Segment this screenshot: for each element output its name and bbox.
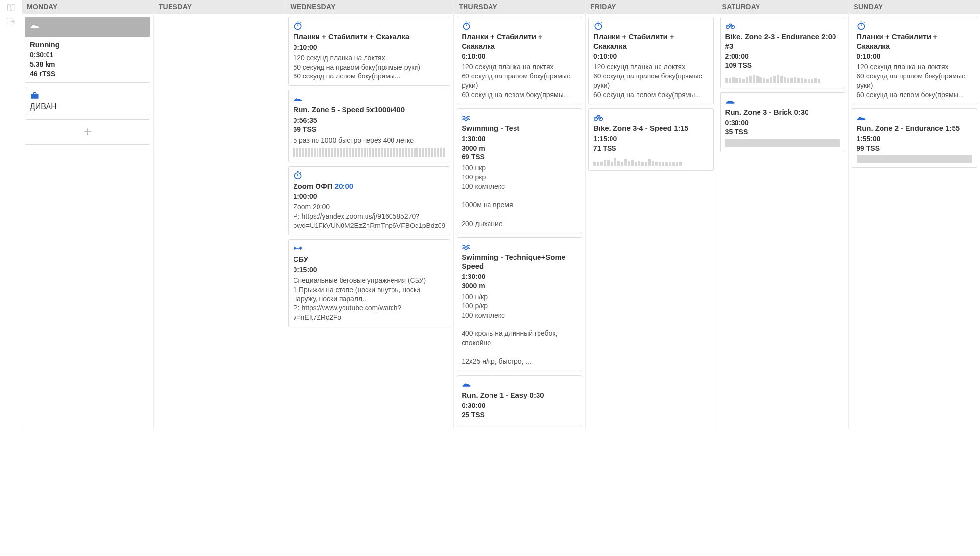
workout-metric: 0:30:00 [725, 118, 841, 127]
day-header: TUESDAY [154, 0, 285, 14]
workout-title: Bike. Zone 2-3 - Endurance 2:00 #3 [725, 32, 841, 51]
workout-sparkline [725, 139, 841, 147]
workout-metric: 0:10:00 [593, 52, 709, 61]
day-body: Bike. Zone 2-3 - Endurance 2:00 #32:00:0… [717, 14, 849, 155]
book-open-icon[interactable] [6, 3, 16, 13]
add-workout-button[interactable]: + [25, 119, 150, 145]
day-column-saturday: SATURDAYBike. Zone 2-3 - Endurance 2:00 … [717, 0, 849, 429]
workout-card[interactable]: Run. Zone 3 - Brick 0:300:30:0035 TSS [720, 92, 846, 152]
workout-metric: 109 TSS [725, 61, 841, 70]
workout-card[interactable]: Bike. Zone 3-4 - Speed 1:151:15:0071 TSS [588, 108, 714, 171]
stopwatch-icon [462, 21, 577, 30]
workout-metric: 0:15:00 [293, 265, 445, 275]
day-body [154, 14, 285, 20]
workout-metric: 0:10:00 [293, 43, 445, 52]
shoe-icon [857, 112, 972, 122]
workout-card[interactable]: Zoom ОФП 20:001:00:00Zoom 20:00 P: https… [288, 166, 450, 235]
workout-metric: 1:15:00 [593, 134, 709, 144]
week-grid: MONDAYRunning0:30:015.38 km46 rTSSДИВАН+… [22, 0, 980, 429]
workout-metric: 25 TSS [462, 410, 577, 420]
day-column-friday: FRIDAYПланки + Стабилити + Скакалка0:10:… [585, 0, 717, 429]
shoe-icon [462, 379, 577, 389]
workout-metric: 71 TSS [593, 144, 709, 153]
workout-card[interactable]: Bike. Zone 2-3 - Endurance 2:00 #32:00:0… [720, 17, 846, 88]
day-header: WEDNESDAY [285, 0, 453, 14]
workout-title: Планки + Стабилити + Скакалка [293, 32, 445, 42]
workout-metric: 1:55:00 [857, 134, 972, 144]
workout-metric: 69 TSS [462, 152, 577, 162]
workout-title: Планки + Стабилити + Скакалка [593, 32, 709, 51]
workout-description: 120 секунд планка на локтях 60 секунд на… [293, 53, 445, 81]
stopwatch-icon [593, 21, 709, 30]
workout-card[interactable]: Running0:30:015.38 km46 rTSS [25, 17, 150, 83]
workout-title: Bike. Zone 3-4 - Speed 1:15 [593, 124, 709, 133]
workout-metric: 35 TSS [725, 127, 841, 137]
workout-metric: 1:30:00 [462, 272, 577, 281]
dumbbell-icon [293, 243, 445, 253]
svg-rect-1 [31, 94, 39, 99]
stopwatch-icon [857, 21, 972, 30]
workout-card[interactable]: Планки + Стабилити + Скакалка0:10:00120 … [588, 17, 714, 104]
workout-metric: 0:30:01 [30, 51, 146, 60]
day-body: Running0:30:015.38 km46 rTSSДИВАН+ [22, 14, 153, 148]
shoe-icon [725, 96, 841, 106]
day-column-sunday: SUNDAYПланки + Стабилити + Скакалка0:10:… [848, 0, 980, 429]
left-rail [0, 0, 22, 429]
day-header: FRIDAY [586, 0, 717, 14]
workout-metric: 1:30:00 [462, 134, 577, 144]
briefcase-icon [30, 91, 146, 101]
bike-icon [725, 21, 841, 30]
workout-description: 120 секунд планка на локтях 60 секунд на… [593, 62, 709, 100]
workout-description: Zoom 20:00 P: https://yandex.zoom.us/j/9… [293, 202, 445, 230]
exit-icon[interactable] [6, 17, 16, 26]
stopwatch-icon [293, 170, 445, 180]
workout-card[interactable]: Run. Zone 1 - Easy 0:300:30:0025 TSS [457, 375, 582, 426]
day-body: Планки + Стабилити + Скакалка0:10:00120 … [586, 14, 717, 174]
workout-title: Run. Zone 5 - Speed 5x1000/400 [293, 105, 445, 115]
workout-metric: 3000 m [462, 144, 577, 153]
workout-metric: 69 TSS [293, 125, 445, 134]
bike-icon [593, 112, 709, 122]
workout-card[interactable]: Планки + Стабилити + Скакалка0:10:00120 … [852, 17, 977, 104]
workout-sparkline [857, 155, 972, 163]
workout-description: 120 секунд планка на локтях 60 секунд на… [857, 62, 972, 100]
workout-title: Running [30, 40, 146, 50]
day-column-tuesday: TUESDAY [153, 0, 285, 429]
event-card[interactable]: ДИВАН [25, 87, 150, 115]
workout-card[interactable]: СБУ0:15:00Специальные беговые упражнения… [288, 239, 450, 327]
stopwatch-icon [293, 21, 445, 30]
day-body: Планки + Стабилити + Скакалка0:10:00120 … [454, 14, 585, 429]
workout-title: Run. Zone 2 - Endurance 1:55 [857, 124, 972, 133]
day-column-monday: MONDAYRunning0:30:015.38 km46 rTSSДИВАН+ [22, 0, 153, 429]
workout-card[interactable]: Swimming - Test1:30:003000 m69 TSS100 нк… [457, 108, 582, 233]
workout-description: Специальные беговые упражнения (СБУ) 1 П… [293, 276, 445, 322]
workout-metric: 1:00:00 [293, 192, 445, 201]
workout-title: Планки + Стабилити + Скакалка [857, 32, 972, 51]
workout-card[interactable]: Run. Zone 5 - Speed 5x1000/4000:56:3569 … [288, 90, 450, 162]
workout-metric: 2:00:00 [725, 52, 841, 61]
day-body: Планки + Стабилити + Скакалка0:10:00120 … [285, 14, 453, 330]
svg-point-10 [858, 23, 865, 29]
plus-icon: + [84, 125, 92, 139]
workout-metric: 0:56:35 [293, 116, 445, 125]
workout-card[interactable]: Планки + Стабилити + Скакалка0:10:00120 … [288, 17, 450, 86]
workout-card[interactable]: Run. Zone 2 - Endurance 1:551:55:0099 TS… [852, 108, 977, 168]
workout-title: Run. Zone 1 - Easy 0:30 [462, 391, 577, 400]
day-header: THURSDAY [454, 0, 585, 14]
workout-title: Swimming - Test [462, 124, 577, 133]
workout-metric: 0:10:00 [857, 52, 972, 61]
shoe-icon [30, 21, 146, 30]
day-body: Планки + Стабилити + Скакалка0:10:00120 … [849, 14, 980, 171]
day-header: SATURDAY [717, 0, 849, 14]
workout-metric: 99 TSS [857, 144, 972, 153]
day-header: MONDAY [22, 0, 153, 14]
workout-card[interactable]: Swimming - Technique+Some Speed1:30:0030… [457, 237, 582, 371]
workout-sparkline [293, 148, 445, 157]
workout-title: СБУ [293, 255, 445, 264]
workout-card[interactable]: Планки + Стабилити + Скакалка0:10:00120 … [457, 17, 582, 104]
event-title: ДИВАН [30, 102, 146, 111]
wave-icon [462, 241, 577, 251]
svg-point-5 [595, 23, 601, 29]
workout-title: Планки + Стабилити + Скакалка [462, 32, 577, 51]
shoe-icon [293, 94, 445, 103]
